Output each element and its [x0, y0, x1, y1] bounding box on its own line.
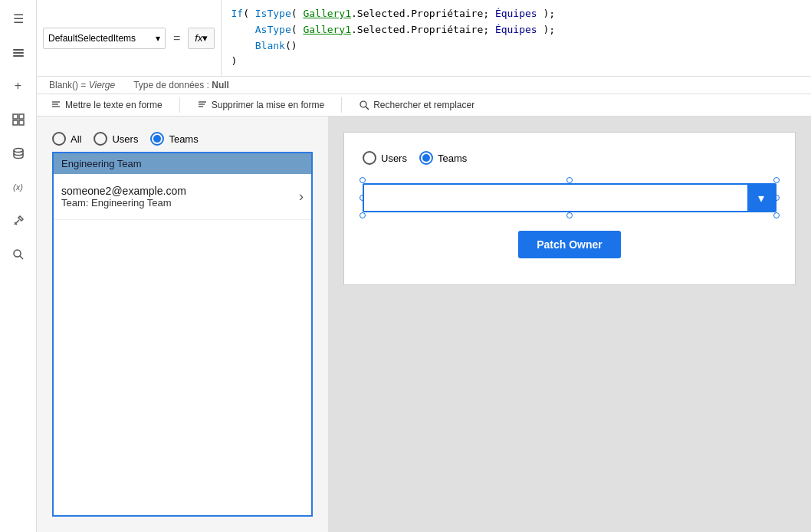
svg-rect-5 [13, 120, 18, 125]
radio-users-right-circle [363, 151, 376, 165]
radio-all[interactable]: All [52, 132, 81, 146]
dropdown-chevron-icon: ▾ [156, 33, 160, 44]
radio-teams[interactable]: Teams [150, 132, 198, 146]
svg-line-9 [20, 256, 23, 259]
gallery-item-team: Team: Engineering Team [61, 197, 186, 209]
toolbar-divider [179, 97, 180, 113]
radio-teams-right[interactable]: Teams [419, 151, 467, 165]
patch-owner-button[interactable]: Patch Owner [518, 231, 621, 258]
search-replace-icon [359, 100, 369, 110]
svg-rect-3 [13, 114, 18, 119]
app-preview: All Users Teams Engineering Team someone… [37, 117, 328, 532]
vierge-text: Vierge [89, 80, 115, 90]
formula-code[interactable]: If( IsType( Gallery1.Selected.Propriétai… [222, 0, 811, 76]
search-icon[interactable] [6, 242, 31, 267]
control-area: Users Teams [343, 132, 796, 285]
gallery-item-text: someone2@example.com Team: Engineering T… [61, 185, 186, 209]
svg-rect-1 [13, 52, 24, 54]
format-text-icon [51, 100, 61, 110]
type-label: Type de données : Null [133, 80, 229, 90]
format-text-label: Mettre le texte en forme [65, 100, 163, 110]
toolbar-divider-2 [341, 97, 342, 113]
radio-all-label: All [71, 133, 81, 145]
main-area: DefaultSelectedItems ▾ = fx▾ If( IsType(… [37, 0, 811, 532]
svg-point-16 [360, 101, 366, 107]
search-replace-label: Rechercher et remplacer [373, 100, 474, 110]
gallery-item-email: someone2@example.com [61, 185, 186, 197]
remove-format-button[interactable]: Supprimer la mise en forme [192, 97, 329, 113]
fx-button[interactable]: fx▾ [188, 28, 215, 49]
info-bar: Blank() = Vierge Type de données : Null [37, 77, 811, 94]
handle-top-center [566, 177, 573, 183]
blank-expression: Blank() = Vierge [49, 80, 115, 90]
svg-point-7 [14, 149, 23, 153]
search-replace-button[interactable]: Rechercher et remplacer [354, 97, 479, 113]
handle-bottom-center [566, 212, 573, 218]
radio-users[interactable]: Users [94, 132, 138, 146]
radio-all-circle [52, 132, 66, 146]
tools-icon[interactable] [6, 209, 31, 233]
handle-top-right [773, 177, 780, 183]
radio-users-circle [94, 132, 107, 146]
fx-label: fx [195, 32, 202, 44]
handle-top-left [360, 177, 366, 183]
hamburger-icon[interactable]: ☰ [6, 6, 31, 31]
property-label: DefaultSelectedItems [48, 33, 136, 44]
format-text-button[interactable]: Mettre le texte en forme [46, 97, 167, 113]
gallery-item[interactable]: someone2@example.com Team: Engineering T… [54, 174, 311, 220]
handle-bottom-left [360, 212, 366, 218]
format-toolbar: Mettre le texte en forme Supprimer la mi… [37, 94, 811, 117]
radio-users-label: Users [112, 133, 138, 145]
remove-format-icon [197, 100, 208, 110]
svg-rect-4 [19, 114, 24, 119]
svg-rect-2 [13, 55, 24, 57]
gallery-header: Engineering Team [54, 153, 311, 174]
radio-users-right[interactable]: Users [363, 151, 407, 165]
formula-left: DefaultSelectedItems ▾ = fx▾ [37, 0, 222, 76]
svg-rect-6 [19, 120, 24, 125]
radio-teams-right-label: Teams [438, 153, 467, 164]
remove-format-label: Supprimer la mise en forme [212, 100, 324, 110]
formula-bar: DefaultSelectedItems ▾ = fx▾ If( IsType(… [37, 0, 811, 77]
radio-teams-right-circle [419, 151, 433, 165]
right-panel: Users Teams [328, 117, 811, 532]
dropdown-wrapper: ▾ [363, 180, 777, 215]
radio-group-preview: All Users Teams [52, 132, 313, 146]
radio-group-right: Users Teams [363, 151, 777, 165]
handle-bottom-right [773, 212, 780, 218]
radio-teams-label: Teams [169, 133, 198, 145]
gallery-container: Engineering Team someone2@example.com Te… [52, 152, 313, 517]
canvas-area: All Users Teams Engineering Team someone… [37, 117, 811, 532]
layers-icon[interactable] [6, 40, 31, 64]
svg-line-17 [366, 107, 369, 110]
plus-icon[interactable]: + [6, 74, 31, 98]
radio-users-right-label: Users [381, 153, 407, 164]
radio-teams-circle [150, 132, 164, 146]
data-icon[interactable] [6, 141, 31, 166]
svg-point-8 [14, 250, 21, 257]
insert-icon[interactable] [6, 107, 31, 132]
property-dropdown[interactable]: DefaultSelectedItems ▾ [43, 28, 166, 49]
gallery-item-chevron-icon: › [299, 189, 304, 205]
equals-sign: = [170, 31, 183, 45]
svg-rect-0 [13, 49, 24, 51]
variable-icon[interactable]: (x) [6, 175, 31, 199]
sidebar: ☰ + (x) [0, 0, 37, 532]
dropdown-input[interactable] [364, 185, 747, 211]
dropdown-chevron-btn[interactable]: ▾ [747, 185, 775, 211]
teams-dropdown[interactable]: ▾ [363, 183, 777, 212]
